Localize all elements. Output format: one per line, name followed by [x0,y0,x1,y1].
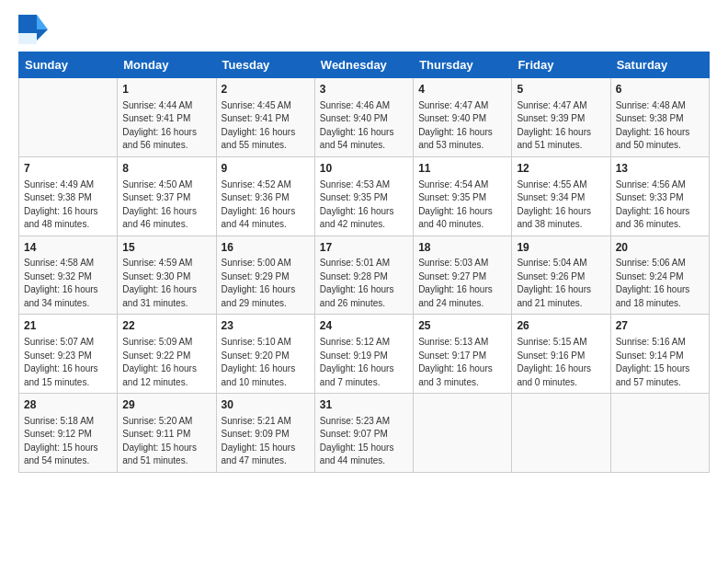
day-info: Sunrise: 4:49 AM [24,178,112,192]
day-info: Sunset: 9:19 PM [320,350,408,363]
day-info: Daylight: 16 hours and 53 minutes. [418,126,506,153]
calendar-cell: 24Sunrise: 5:12 AMSunset: 9:19 PMDayligh… [314,315,413,394]
day-info: Daylight: 16 hours and 50 minutes. [616,126,704,153]
calendar-cell: 5Sunrise: 4:47 AMSunset: 9:39 PMDaylight… [512,78,610,157]
day-info: Daylight: 16 hours and 15 minutes. [24,362,112,389]
day-number: 16 [222,240,310,256]
day-info: Sunrise: 5:00 AM [222,257,310,270]
calendar-cell [414,394,512,473]
calendar-cell: 2Sunrise: 4:45 AMSunset: 9:41 PMDaylight… [216,78,314,157]
calendar-cell: 29Sunrise: 5:20 AMSunset: 9:11 PMDayligh… [118,394,216,473]
day-info: Sunrise: 4:45 AM [222,99,310,113]
day-info: Sunrise: 4:46 AM [320,99,408,113]
calendar-cell: 27Sunrise: 5:16 AMSunset: 9:14 PMDayligh… [610,315,709,394]
day-info: Daylight: 16 hours and 51 minutes. [517,126,605,153]
logo-icon [18,15,48,44]
calendar-cell: 10Sunrise: 4:53 AMSunset: 9:35 PMDayligh… [314,156,413,236]
calendar-cell: 16Sunrise: 5:00 AMSunset: 9:29 PMDayligh… [216,236,314,315]
calendar-cell: 23Sunrise: 5:10 AMSunset: 9:20 PMDayligh… [216,315,314,394]
day-info: Daylight: 15 hours and 57 minutes. [616,362,704,389]
day-number: 22 [122,318,210,334]
calendar-cell: 1Sunrise: 4:44 AMSunset: 9:41 PMDaylight… [118,78,216,157]
day-info: Sunrise: 5:15 AM [517,336,605,350]
calendar-cell: 20Sunrise: 5:06 AMSunset: 9:24 PMDayligh… [610,236,709,315]
day-info: Sunrise: 5:10 AM [222,336,310,350]
day-info: Daylight: 15 hours and 54 minutes. [24,442,112,468]
day-info: Daylight: 16 hours and 0 minutes. [517,362,605,389]
day-number: 17 [320,240,408,256]
day-info: Sunrise: 5:18 AM [24,415,112,429]
day-number: 25 [418,318,506,334]
day-number: 9 [222,161,310,177]
calendar-cell: 15Sunrise: 4:59 AMSunset: 9:30 PMDayligh… [118,236,216,315]
day-info: Sunset: 9:41 PM [122,112,210,126]
calendar-cell: 13Sunrise: 4:56 AMSunset: 9:33 PMDayligh… [610,156,709,236]
day-info: Sunset: 9:12 PM [24,428,112,442]
day-info: Sunrise: 4:47 AM [418,99,506,113]
calendar-cell: 28Sunrise: 5:18 AMSunset: 9:12 PMDayligh… [19,394,118,473]
calendar-cell: 22Sunrise: 5:09 AMSunset: 9:22 PMDayligh… [118,315,216,394]
day-number: 7 [24,161,112,177]
calendar-table: SundayMondayTuesdayWednesdayThursdayFrid… [18,52,710,473]
day-info: Sunrise: 4:48 AM [616,99,704,113]
day-number: 8 [122,161,210,177]
day-number: 6 [616,82,704,98]
day-number: 14 [24,240,112,256]
day-info: Sunset: 9:14 PM [616,350,704,363]
calendar-header-row: SundayMondayTuesdayWednesdayThursdayFrid… [19,52,710,78]
day-info: Sunrise: 4:53 AM [320,178,408,192]
day-info: Sunset: 9:40 PM [418,112,506,126]
calendar-cell: 31Sunrise: 5:23 AMSunset: 9:07 PMDayligh… [314,394,413,473]
day-info: Daylight: 16 hours and 38 minutes. [517,205,605,232]
day-info: Sunset: 9:33 PM [616,191,704,205]
calendar-cell: 17Sunrise: 5:01 AMSunset: 9:28 PMDayligh… [314,236,413,315]
svg-marker-2 [37,29,48,40]
day-info: Daylight: 16 hours and 24 minutes. [418,283,506,310]
calendar-cell: 18Sunrise: 5:03 AMSunset: 9:27 PMDayligh… [414,236,512,315]
day-info: Daylight: 16 hours and 44 minutes. [222,205,310,232]
day-info: Daylight: 16 hours and 48 minutes. [24,205,112,232]
day-number: 19 [517,240,605,256]
calendar-cell: 9Sunrise: 4:52 AMSunset: 9:36 PMDaylight… [216,156,314,236]
calendar-cell: 6Sunrise: 4:48 AMSunset: 9:38 PMDaylight… [610,78,709,157]
day-number: 4 [418,82,506,98]
day-info: Daylight: 16 hours and 46 minutes. [122,205,210,232]
day-info: Daylight: 16 hours and 40 minutes. [418,205,506,232]
day-info: Daylight: 16 hours and 7 minutes. [320,362,408,389]
day-info: Sunset: 9:16 PM [517,350,605,363]
svg-marker-1 [37,15,48,29]
day-number: 30 [222,397,310,413]
day-info: Daylight: 16 hours and 34 minutes. [24,283,112,310]
day-info: Sunset: 9:40 PM [320,112,408,126]
calendar-week-4: 21Sunrise: 5:07 AMSunset: 9:23 PMDayligh… [19,315,710,394]
day-info: Daylight: 16 hours and 26 minutes. [320,283,408,310]
day-info: Daylight: 16 hours and 12 minutes. [122,362,210,389]
day-info: Sunset: 9:24 PM [616,270,704,284]
header-tuesday: Tuesday [216,52,314,78]
day-info: Sunset: 9:38 PM [24,191,112,205]
day-info: Sunset: 9:37 PM [122,191,210,205]
day-info: Sunrise: 5:21 AM [222,415,310,429]
day-info: Sunset: 9:17 PM [418,350,506,363]
day-info: Daylight: 16 hours and 55 minutes. [222,126,310,153]
day-number: 27 [616,318,704,334]
day-info: Sunrise: 5:23 AM [320,415,408,429]
day-info: Sunrise: 4:58 AM [24,257,112,270]
day-info: Sunset: 9:30 PM [122,270,210,284]
day-info: Sunset: 9:35 PM [320,191,408,205]
day-info: Sunset: 9:36 PM [222,191,310,205]
day-number: 26 [517,318,605,334]
calendar-cell: 26Sunrise: 5:15 AMSunset: 9:16 PMDayligh… [512,315,610,394]
header-saturday: Saturday [610,52,709,78]
page-header [18,15,710,44]
day-info: Sunset: 9:09 PM [222,428,310,442]
day-info: Sunset: 9:22 PM [122,350,210,363]
day-info: Sunrise: 5:06 AM [616,257,704,270]
calendar-cell: 19Sunrise: 5:04 AMSunset: 9:26 PMDayligh… [512,236,610,315]
day-info: Sunset: 9:27 PM [418,270,506,284]
calendar-cell: 8Sunrise: 4:50 AMSunset: 9:37 PMDaylight… [118,156,216,236]
day-info: Sunset: 9:11 PM [122,428,210,442]
day-number: 1 [122,82,210,98]
day-info: Sunrise: 5:07 AM [24,336,112,350]
day-info: Sunrise: 4:56 AM [616,178,704,192]
